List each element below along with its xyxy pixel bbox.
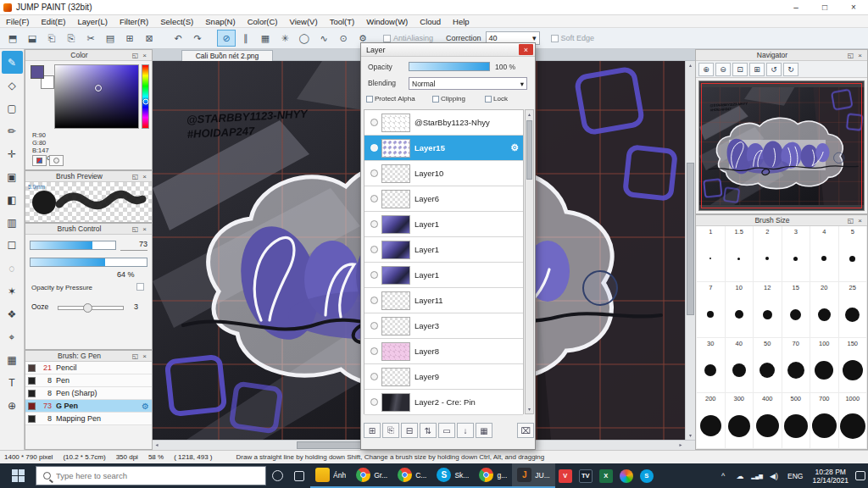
taskbar-app-browser-1[interactable]: Gr... (351, 463, 392, 488)
taskbar-app-skype-2[interactable]: S (637, 463, 657, 488)
actual-size-button[interactable]: ⊞ (749, 63, 765, 76)
brush-size-option[interactable]: 4 (810, 226, 839, 282)
menu-help[interactable]: Help (447, 17, 476, 26)
layer-folder-button[interactable]: ▭ (438, 423, 455, 438)
brush-size-option[interactable]: 500 (782, 393, 811, 449)
fit-window-button[interactable]: ⊡ (732, 63, 748, 76)
clipping-checkbox[interactable] (432, 96, 439, 103)
toolbar-cut-button[interactable]: ✂ (81, 30, 100, 47)
brush-size-option[interactable]: 12 (754, 282, 782, 338)
undo-button[interactable]: ↶ (169, 30, 187, 47)
zoom-tool[interactable]: ⊕ (2, 394, 23, 417)
brush-size-option[interactable]: 15 (782, 282, 811, 338)
start-button[interactable] (0, 463, 36, 488)
network-icon[interactable]: ▂▄▆ (748, 463, 765, 488)
layer-row[interactable]: Layer10 (364, 161, 523, 186)
clear-layer-button[interactable]: ▦ (476, 423, 492, 438)
marquee-tool[interactable]: ☐ (2, 234, 23, 257)
brush-size-option[interactable]: 10 (726, 282, 754, 338)
taskbar-app-v[interactable]: V (555, 463, 576, 488)
gradient-tool[interactable]: ▥ (2, 211, 23, 234)
onedrive-cloud-icon[interactable]: ☁ (732, 463, 748, 488)
pen-tool[interactable]: ✏ (2, 119, 23, 142)
brush-size-option[interactable]: 200 (697, 393, 726, 449)
menu-view[interactable]: View(V) (284, 17, 324, 26)
brush-size-option[interactable]: 20 (810, 282, 839, 338)
toolbar-paste-button[interactable]: ⎘ (62, 30, 81, 47)
tray-expand-icon[interactable]: ^ (715, 463, 732, 488)
ooze-slider[interactable] (58, 306, 124, 310)
brush-size-option[interactable]: 25 (839, 282, 868, 338)
search-input[interactable] (56, 471, 225, 480)
layer-row[interactable]: Layer11 (364, 288, 523, 313)
snap-parallel-button[interactable]: ∥ (236, 30, 255, 47)
close-panel-icon[interactable]: × (855, 52, 865, 59)
eraser-tool[interactable]: ◇ (2, 74, 23, 97)
float-panel-icon[interactable]: ◱ (846, 52, 855, 59)
move-tool[interactable]: ✛ (2, 142, 23, 165)
protect-alpha-checkbox[interactable] (366, 96, 373, 103)
canvas-tab[interactable]: Cali Buồn nét 2.png (181, 50, 273, 61)
merge-down-button[interactable]: ↓ (457, 423, 474, 438)
scroll-left-icon[interactable]: ◂ (153, 441, 161, 450)
move-layer-button[interactable]: ⇅ (420, 423, 437, 438)
snap-radial-button[interactable]: ✳ (275, 30, 294, 47)
layer-visibility-icon[interactable] (370, 169, 378, 177)
layer-row[interactable]: Layer3 (364, 313, 523, 339)
brush-size-option[interactable]: 1000 (839, 393, 868, 449)
layer-row[interactable]: Layer1 (364, 212, 523, 237)
saturation-value-field[interactable] (54, 64, 139, 129)
layer-visibility-icon[interactable] (370, 297, 378, 304)
brush-size-option[interactable]: 2 (754, 226, 782, 282)
brush-item-g-pen[interactable]: 73 G Pen ⚙ (25, 400, 152, 413)
brush-item-pencil[interactable]: 21 Pencil (25, 362, 152, 374)
minimize-button[interactable]: – (782, 0, 810, 14)
foreground-color-swatch[interactable] (31, 65, 44, 79)
brush-size-option[interactable]: 700 (810, 393, 839, 449)
toolbar-canvas-button[interactable]: ▤ (101, 30, 120, 47)
color-swatches[interactable] (31, 65, 54, 89)
rotate-right-button[interactable]: ↻ (783, 63, 798, 76)
taskbar-app-skype[interactable]: S Sk... (431, 463, 474, 488)
language-indicator[interactable]: ENG (782, 472, 808, 480)
brush-item-pen[interactable]: 8 Pen (25, 374, 152, 387)
brush-tool[interactable]: ✎ (2, 51, 23, 74)
taskbar-clock[interactable]: 10:28 PM 12/14/2021 (808, 468, 853, 485)
ooze-knob[interactable] (83, 303, 92, 313)
float-panel-icon[interactable]: ◱ (131, 352, 140, 360)
taskbar-app-browser-2[interactable]: C... (392, 463, 431, 488)
scroll-up-icon[interactable]: ▴ (526, 110, 533, 119)
taskbar-app-gallery[interactable] (616, 463, 637, 488)
taskbar-app-tv[interactable]: TV (576, 463, 596, 488)
snap-vanishing-button[interactable]: ⊙ (334, 30, 353, 47)
layer-row[interactable]: Layer6 (364, 186, 523, 212)
layer-visibility-icon[interactable] (370, 220, 378, 228)
brush-size-option[interactable]: 100 (810, 338, 839, 394)
layer-row-selected[interactable]: Layer15 ⚙ (364, 136, 523, 161)
delete-layer-button[interactable]: ⌧ (517, 423, 534, 438)
layer-row[interactable]: @StarBby1123-Nhyy (364, 110, 523, 136)
menu-window[interactable]: Window(W) (360, 17, 414, 26)
divide-tool[interactable]: ▦ (2, 348, 23, 371)
close-button[interactable]: × (839, 0, 868, 14)
snap-grid-button[interactable]: ▦ (256, 30, 275, 47)
layer-visibility-icon[interactable] (370, 271, 378, 279)
soft-edge-checkbox[interactable] (551, 35, 559, 42)
layer-visibility-icon[interactable] (370, 246, 378, 253)
zoom-in-button[interactable]: ⊕ (698, 63, 714, 76)
brush-size-option[interactable]: 50 (754, 338, 782, 394)
brush-opacity-slider[interactable] (30, 258, 147, 267)
toolbar-material-button[interactable]: ⊠ (140, 30, 159, 47)
brush-size-option[interactable]: 300 (726, 393, 754, 449)
rotate-left-button[interactable]: ↺ (766, 63, 782, 76)
select-tool[interactable]: ▣ (2, 165, 23, 188)
remove-layer-button[interactable]: ⊟ (401, 423, 418, 438)
toolbar-new-button[interactable]: ⬒ (3, 30, 22, 47)
layer-scroll-thumb[interactable] (526, 120, 532, 180)
toolbar-copy-button[interactable]: ⎗ (42, 30, 61, 47)
layer-window-titlebar[interactable]: Layer × (361, 43, 535, 57)
menu-filter[interactable]: Filter(R) (114, 17, 154, 26)
brush-size-option[interactable]: 7 (697, 282, 726, 338)
brush-size-option[interactable]: 40 (726, 338, 754, 394)
brush-size-option[interactable]: 400 (754, 393, 782, 449)
